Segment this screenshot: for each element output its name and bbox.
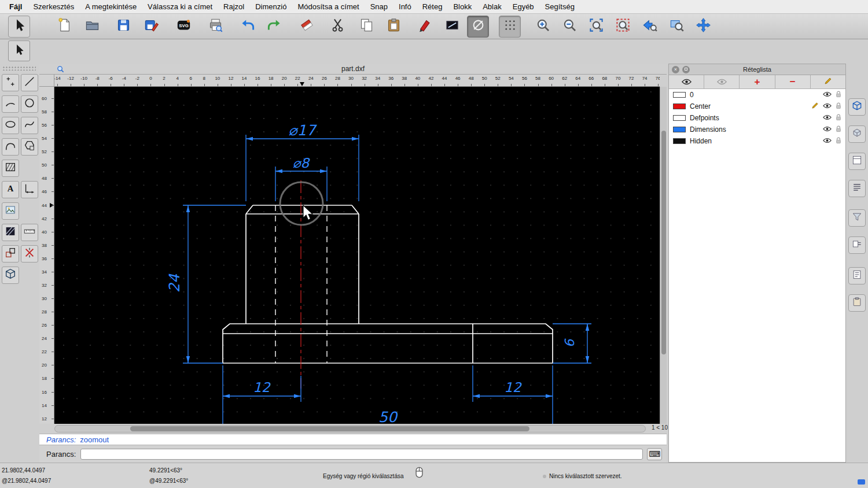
point-tool-button[interactable] xyxy=(2,74,19,91)
zoom-window-button[interactable] xyxy=(665,16,687,38)
layer-visibility-icon[interactable] xyxy=(823,91,832,99)
polygon-tool-button[interactable] xyxy=(21,138,38,156)
menu-modify[interactable]: Módosítsa a címet xyxy=(297,2,359,11)
zoom-previous-button[interactable] xyxy=(638,16,660,38)
explode-tool-button[interactable] xyxy=(21,245,38,263)
hatch-tool-button[interactable] xyxy=(2,160,19,177)
zoom-out-button[interactable] xyxy=(558,16,580,38)
dock-block-widget-button[interactable] xyxy=(848,125,866,143)
arc-tool-button[interactable] xyxy=(2,95,19,113)
layer-row-center[interactable]: Center xyxy=(669,101,845,112)
layer-lock-icon[interactable] xyxy=(836,91,841,99)
cube-3d-tool-button[interactable] xyxy=(2,267,19,284)
modify-tool-button[interactable] xyxy=(2,245,19,263)
command-input[interactable] xyxy=(80,449,643,460)
layer-color-swatch[interactable] xyxy=(673,103,686,109)
hide-all-layers-button[interactable] xyxy=(704,75,740,88)
polyline-tool-button[interactable] xyxy=(2,138,19,156)
dock-notes-widget-button[interactable] xyxy=(848,267,866,284)
layer-row-hidden[interactable]: Hidden xyxy=(669,135,845,147)
menu-window[interactable]: Ablak xyxy=(483,2,502,11)
zoom-redraw-button[interactable] xyxy=(612,16,634,38)
panel-float-button[interactable] xyxy=(682,66,690,73)
menu-info[interactable]: Infó xyxy=(399,2,411,11)
select-tool-button[interactable] xyxy=(8,16,30,38)
layer-color-swatch[interactable] xyxy=(673,138,686,144)
zoom-in-button[interactable] xyxy=(532,16,554,38)
line-attributes-button[interactable] xyxy=(441,16,463,38)
layer-color-swatch[interactable] xyxy=(673,115,686,121)
layer-lock-icon[interactable] xyxy=(836,137,841,146)
dock-filter-widget-button[interactable] xyxy=(848,209,866,227)
menu-edit[interactable]: Szerkesztés xyxy=(33,2,74,11)
layer-lock-icon[interactable] xyxy=(836,125,841,134)
add-layer-button[interactable]: + xyxy=(740,75,775,88)
delete-button[interactable] xyxy=(296,16,318,38)
menu-select[interactable]: Válassza ki a címet xyxy=(148,2,212,11)
dock-clipboard-widget-button[interactable] xyxy=(848,294,866,312)
circle-tool-button-palette[interactable] xyxy=(21,95,38,113)
dock-cad-view-button[interactable] xyxy=(848,98,866,116)
show-all-layers-button[interactable] xyxy=(669,75,704,88)
menu-layer[interactable]: Réteg xyxy=(422,2,443,11)
drawing-canvas[interactable]: ⌀17 ⌀8 24 6 12 12 50 xyxy=(54,87,660,424)
zoom-pan-button[interactable] xyxy=(692,16,714,38)
image-tool-button[interactable] xyxy=(2,202,19,220)
menu-view[interactable]: A megtekintése xyxy=(85,2,137,11)
horizontal-scrollbar[interactable] xyxy=(54,425,646,432)
circle-tool-button[interactable] xyxy=(467,16,489,38)
layer-visibility-icon[interactable] xyxy=(823,125,832,134)
zoom-auto-button[interactable] xyxy=(585,16,607,38)
dock-panel-widget-button[interactable] xyxy=(848,153,866,170)
menu-block[interactable]: Blokk xyxy=(453,2,472,11)
remove-layer-button[interactable]: − xyxy=(775,75,811,88)
measure-tool-button[interactable] xyxy=(21,224,38,241)
text-tool-button[interactable]: A xyxy=(2,181,19,198)
line-tool-button[interactable] xyxy=(21,74,38,91)
palette-select-tool-button[interactable] xyxy=(8,40,30,61)
layer-row-defpoints[interactable]: Defpoints xyxy=(669,112,845,124)
vertical-scrollbar[interactable] xyxy=(660,87,667,424)
layer-lock-icon[interactable] xyxy=(836,102,841,111)
ellipse-tool-button[interactable] xyxy=(2,117,19,134)
window-resize-grip[interactable] xyxy=(858,479,865,485)
dimension-tool-button[interactable] xyxy=(21,181,38,198)
layer-visibility-icon[interactable] xyxy=(823,114,832,122)
redo-button[interactable] xyxy=(263,16,285,38)
paste-button[interactable] xyxy=(382,16,404,38)
menu-help[interactable]: Segítség xyxy=(545,2,575,11)
cut-button[interactable] xyxy=(326,16,348,38)
vertical-scrollbar-thumb[interactable] xyxy=(661,131,666,354)
spline-tool-button[interactable] xyxy=(21,117,38,134)
layer-visibility-icon[interactable] xyxy=(823,102,832,110)
menu-other[interactable]: Egyéb xyxy=(513,2,534,11)
menu-draw[interactable]: Rajzol xyxy=(223,2,244,11)
copy-button[interactable] xyxy=(355,16,377,38)
layer-color-swatch[interactable] xyxy=(673,92,686,98)
open-file-button[interactable] xyxy=(81,16,103,38)
save-button[interactable] xyxy=(112,16,134,38)
new-file-button[interactable] xyxy=(53,16,75,38)
horizontal-scrollbar-thumb[interactable] xyxy=(130,426,529,431)
dock-list-widget-button[interactable] xyxy=(848,180,866,197)
palette-drag-grip[interactable] xyxy=(2,66,36,71)
document-tab[interactable]: part.dxf xyxy=(39,64,667,75)
print-preview-button[interactable] xyxy=(204,16,226,38)
panel-close-button[interactable]: × xyxy=(672,66,679,73)
layer-visibility-icon[interactable] xyxy=(823,137,832,145)
save-as-button[interactable] xyxy=(140,16,162,38)
layer-row-dimensions[interactable]: Dimensions xyxy=(669,124,845,135)
menu-file[interactable]: Fájl xyxy=(9,2,22,11)
layer-row-0[interactable]: 0 xyxy=(669,89,845,101)
grid-toggle-button[interactable] xyxy=(499,16,521,38)
pen-attributes-button[interactable] xyxy=(413,16,435,38)
svg-export-button[interactable]: SVG xyxy=(172,16,194,38)
pattern-tool-button[interactable] xyxy=(2,224,19,241)
edit-layer-button[interactable] xyxy=(811,75,845,88)
layer-lock-icon[interactable] xyxy=(836,114,841,123)
menu-snap[interactable]: Snap xyxy=(370,2,388,11)
layer-color-swatch[interactable] xyxy=(673,127,686,132)
dock-properties-widget-button[interactable] xyxy=(848,236,866,254)
keyboard-toggle-button[interactable]: ⌨ xyxy=(647,448,662,460)
menu-dimension[interactable]: Dimenzió xyxy=(255,2,286,11)
